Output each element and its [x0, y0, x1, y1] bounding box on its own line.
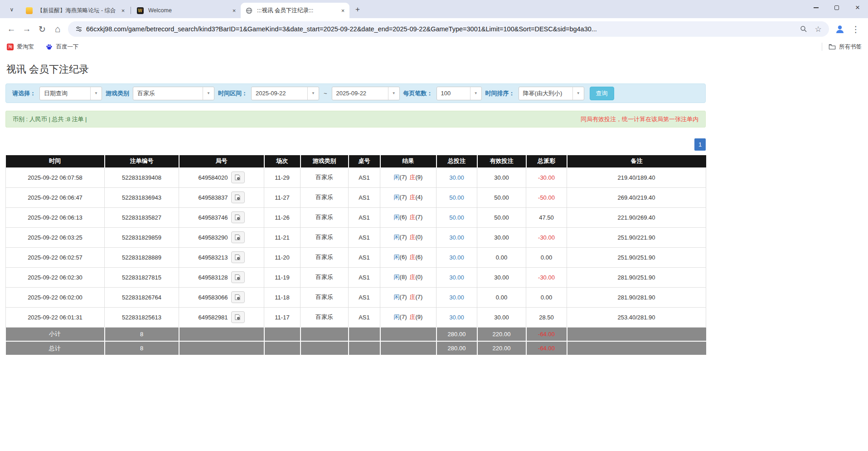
total-valid-bet: 220.00 — [477, 341, 526, 355]
query-mode-select[interactable]: 日期查询 ▼ — [39, 87, 102, 100]
video-replay-button[interactable] — [231, 231, 245, 243]
cell-total-bet[interactable]: 50.00 — [436, 187, 477, 207]
sort-select[interactable]: 降幂(由大到小) ▼ — [519, 87, 584, 100]
banker-label: 庄 — [410, 314, 416, 320]
subtotal-row: 小计 8 280.00 220.00 -64.00 — [6, 327, 706, 341]
video-replay-button[interactable] — [231, 311, 245, 323]
date-end-input[interactable]: 2025-09-22 ▼ — [332, 87, 400, 100]
chevron-down-icon: ∨ — [10, 6, 14, 13]
chevron-down-icon[interactable]: ▼ — [388, 87, 399, 100]
cell-total-bet[interactable]: 30.00 — [436, 247, 477, 267]
all-bookmarks-button[interactable]: 所有书签 — [829, 43, 862, 51]
folder-icon — [829, 43, 836, 50]
header-result: 结果 — [380, 155, 436, 167]
zoom-icon[interactable] — [798, 24, 809, 34]
per-page-select[interactable]: 100 ▼ — [436, 87, 482, 100]
video-replay-button[interactable] — [231, 191, 245, 203]
notice-text: 同局有效投注，统一计算在该局第一张注单内 — [581, 115, 698, 123]
video-replay-button[interactable] — [231, 291, 245, 303]
bookmark-taobao[interactable]: 淘 爱淘宝 — [6, 43, 34, 51]
banker-label: 庄 — [410, 294, 416, 300]
round-number: 649582981 — [198, 314, 228, 321]
currency-summary: 币别 : 人民币 | 总共 :8 注单 | — [13, 115, 87, 123]
video-replay-button[interactable] — [231, 172, 245, 183]
cell-total-bet[interactable]: 30.00 — [436, 287, 477, 307]
cell-table: AS1 — [349, 287, 380, 307]
cell-note: 251.90/251.90 — [567, 247, 706, 267]
cell-payout: -50.00 — [526, 187, 567, 207]
cell-total-bet[interactable]: 30.00 — [436, 267, 477, 287]
chevron-down-icon[interactable]: ▼ — [572, 87, 584, 100]
cell-result: 闲(7)庄(4) — [380, 187, 436, 207]
cell-valid-bet: 50.00 — [477, 207, 526, 227]
chevron-down-icon[interactable]: ▼ — [203, 87, 214, 100]
browser-menu-button[interactable]: ⋮ — [848, 21, 863, 37]
chevron-down-icon[interactable]: ▼ — [307, 87, 319, 100]
video-replay-button[interactable] — [231, 211, 245, 223]
round-number: 649583746 — [198, 214, 228, 221]
total-row: 总计 8 280.00 220.00 -64.00 — [6, 341, 706, 355]
cell-total-bet[interactable]: 30.00 — [436, 307, 477, 327]
address-bar[interactable]: 66cxkj98.com/game/betrecord_search/kind3… — [68, 21, 829, 37]
new-tab-button[interactable]: + — [351, 3, 364, 16]
cell-table: AS1 — [349, 167, 380, 187]
reload-button[interactable]: ↻ — [34, 21, 50, 37]
home-button[interactable]: ⌂ — [50, 21, 65, 37]
site-info-icon[interactable] — [73, 24, 84, 34]
tab-bet-records[interactable]: :::视讯 会员下注纪录::: × — [241, 3, 349, 18]
video-icon — [234, 274, 241, 280]
close-icon: × — [855, 3, 860, 12]
close-icon[interactable]: × — [339, 7, 347, 15]
cell-game: 百家乐 — [301, 307, 349, 327]
game-type-select[interactable]: 百家乐 ▼ — [133, 87, 214, 100]
tab-welcome[interactable]: W Welcome × — [132, 3, 241, 18]
close-icon[interactable]: × — [119, 7, 127, 15]
video-icon — [234, 254, 241, 260]
cell-note: 219.40/189.40 — [567, 167, 706, 187]
cell-time: 2025-09-22 06:03:25 — [6, 227, 105, 247]
cell-payout: -30.00 — [526, 227, 567, 247]
cell-total-bet[interactable]: 50.00 — [436, 207, 477, 227]
cell-game: 百家乐 — [301, 207, 349, 227]
table-row: 2025-09-22 06:06:13 522831835827 6495837… — [6, 207, 706, 227]
video-icon — [234, 234, 241, 240]
video-replay-button[interactable] — [231, 251, 245, 263]
cell-note: 221.90/269.40 — [567, 207, 706, 227]
table-row: 2025-09-22 06:02:30 522831827815 6495831… — [6, 267, 706, 287]
chevron-down-icon[interactable]: ▼ — [90, 87, 102, 100]
page-number-button[interactable]: 1 — [694, 138, 706, 151]
player-score: (7) — [400, 314, 407, 320]
maximize-button[interactable] — [826, 0, 847, 15]
profile-avatar[interactable] — [834, 23, 846, 35]
summary-bar: 币别 : 人民币 | 总共 :8 注单 | 同局有效投注，统一计算在该局第一张注… — [5, 111, 706, 127]
plus-icon: + — [355, 5, 360, 14]
forward-button[interactable]: → — [19, 21, 34, 37]
cell-time: 2025-09-22 06:02:57 — [6, 247, 105, 267]
date-start-input[interactable]: 2025-09-22 ▼ — [251, 87, 319, 100]
minimize-button[interactable] — [805, 0, 826, 15]
close-icon[interactable]: × — [230, 7, 238, 15]
total-payout: -64.00 — [526, 341, 567, 355]
header-table-no: 桌号 — [349, 155, 380, 167]
cell-valid-bet: 30.00 — [477, 267, 526, 287]
search-button[interactable]: 查询 — [590, 87, 614, 100]
player-score: (8) — [400, 274, 407, 280]
menu-icon: ⋮ — [852, 24, 860, 34]
video-replay-button[interactable] — [231, 271, 245, 283]
bookmark-baidu[interactable]: 百度一下 — [46, 43, 79, 51]
tab-search-button[interactable]: ∨ — [5, 3, 18, 16]
total-label: 总计 — [6, 341, 105, 355]
tab-forum[interactable]: 【新提醒】海燕策略论坛 - 综合 × — [21, 3, 130, 18]
close-window-button[interactable]: × — [847, 0, 868, 15]
cell-note: 281.90/251.90 — [567, 267, 706, 287]
cell-note: 251.90/221.90 — [567, 227, 706, 247]
back-icon: ← — [7, 24, 16, 34]
banker-score: (9) — [416, 174, 423, 181]
cell-total-bet[interactable]: 30.00 — [436, 227, 477, 247]
cell-session: 11-27 — [264, 187, 301, 207]
bookmark-star-icon[interactable]: ☆ — [813, 24, 824, 34]
cell-total-bet[interactable]: 30.00 — [436, 167, 477, 187]
chevron-down-icon[interactable]: ▼ — [470, 87, 481, 100]
player-score: (7) — [400, 294, 407, 300]
back-button[interactable]: ← — [4, 21, 19, 37]
